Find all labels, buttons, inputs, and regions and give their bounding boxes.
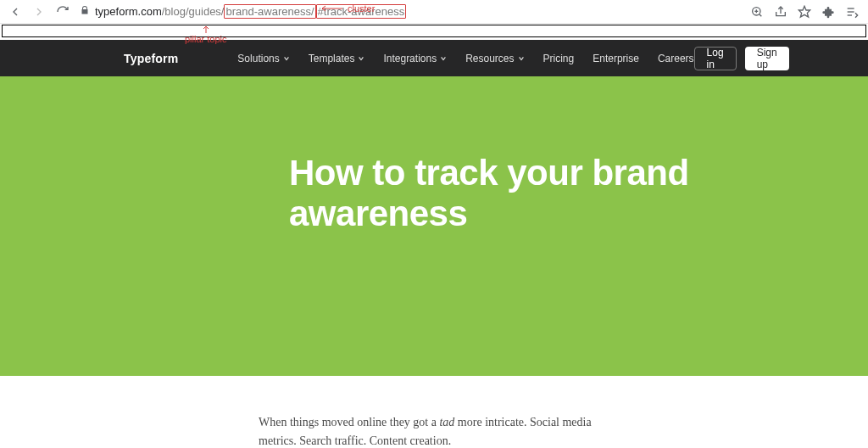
nav-pricing[interactable]: Pricing: [543, 53, 575, 64]
login-button[interactable]: Log in: [694, 47, 737, 70]
nav-careers-label: Careers: [658, 53, 694, 64]
highlight-outline: [2, 25, 866, 37]
zoom-icon[interactable]: [748, 3, 766, 21]
hero-banner: How to track your brand awareness: [0, 76, 868, 376]
bookmark-star-icon[interactable]: [795, 3, 814, 21]
reload-button[interactable]: [53, 2, 73, 22]
back-button[interactable]: [5, 2, 25, 22]
url-cluster-segment: #track-awareness: [316, 4, 407, 19]
lock-icon: [80, 5, 90, 18]
address-bar[interactable]: typeform.com /blog/guides/ brand-awarene…: [95, 4, 406, 19]
main-nav: Solutions Templates Integrations Resourc…: [237, 53, 693, 64]
nav-integrations[interactable]: Integrations: [383, 53, 447, 64]
url-path-prefix: /blog/guides/: [162, 5, 225, 18]
header-actions: Log in Sign up: [694, 47, 789, 70]
nav-templates[interactable]: Templates: [309, 53, 365, 64]
nav-integrations-label: Integrations: [383, 53, 437, 64]
browser-toolbar: typeform.com /blog/guides/ brand-awarene…: [0, 0, 868, 24]
nav-enterprise[interactable]: Enterprise: [593, 53, 639, 64]
nav-templates-label: Templates: [309, 53, 355, 64]
chevron-down-icon: [518, 55, 525, 62]
nav-solutions[interactable]: Solutions: [237, 53, 289, 64]
svg-marker-4: [798, 6, 810, 17]
url-pillar-segment: brand-awareness/: [224, 4, 315, 19]
hero-title: How to track your brand awareness: [289, 153, 713, 235]
nav-solutions-label: Solutions: [237, 53, 279, 64]
nav-pricing-label: Pricing: [543, 53, 575, 64]
chevron-down-icon: [358, 55, 364, 62]
nav-enterprise-label: Enterprise: [593, 53, 639, 64]
svg-line-3: [760, 14, 762, 16]
signup-button[interactable]: Sign up: [745, 47, 789, 70]
share-icon[interactable]: [771, 3, 790, 21]
nav-careers[interactable]: Careers: [658, 53, 694, 64]
reading-list-icon[interactable]: [843, 3, 861, 21]
url-domain: typeform.com: [95, 5, 162, 18]
article-paragraph: When things moved online they got a tad …: [259, 413, 616, 448]
article-text-em: tad: [439, 416, 454, 428]
article-body: When things moved online they got a tad …: [252, 413, 616, 448]
nav-resources[interactable]: Resources: [465, 53, 524, 64]
article-text-a: When things moved online they got a: [259, 416, 439, 428]
toolbar-right-icons: [748, 3, 863, 21]
nav-resources-label: Resources: [465, 53, 514, 64]
extensions-icon[interactable]: [819, 3, 837, 21]
chevron-down-icon: [283, 55, 290, 62]
site-header: Typeform Solutions Templates Integration…: [0, 40, 868, 76]
chevron-down-icon: [440, 55, 447, 62]
site-logo[interactable]: Typeform: [124, 52, 178, 65]
forward-button[interactable]: [29, 2, 49, 22]
